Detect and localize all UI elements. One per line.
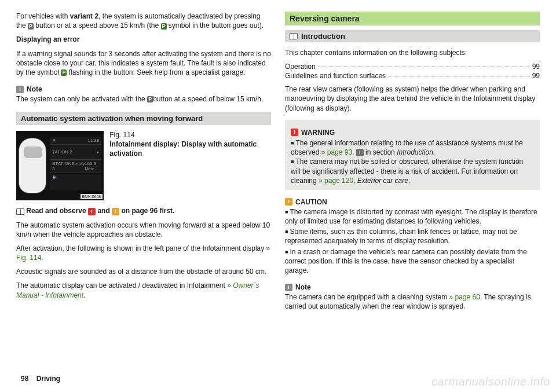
- infotainment-panel: ✕11:28 TATION 2▸ STATION 3Empty100.3 MHz…: [50, 137, 101, 190]
- caution-heading: ! CAUTION: [285, 198, 540, 206]
- info-icon: i: [16, 86, 24, 93]
- intro-bar: Introduction: [285, 30, 540, 42]
- text: on page 96 first.: [119, 207, 174, 215]
- note-heading: i Note: [285, 283, 540, 291]
- text: .: [83, 291, 85, 299]
- text: For vehicles with: [16, 12, 70, 20]
- variant-label: variant 2: [70, 12, 98, 20]
- toc-label: Operation: [285, 63, 316, 71]
- text: Read and observe: [26, 207, 88, 215]
- text: ,: [353, 177, 357, 185]
- warning-heading: ! WARNING: [291, 128, 534, 137]
- page-footer: 98 Driving: [21, 375, 60, 383]
- warning-icon: !: [291, 129, 298, 136]
- text: and: [96, 207, 112, 215]
- intro-label: Introduction: [301, 32, 345, 41]
- page-number: 98: [21, 375, 28, 383]
- panel-station2: TATION 2: [52, 149, 72, 155]
- panel-empty: Empty: [71, 161, 85, 171]
- toc-dots: [318, 67, 530, 67]
- text: The system can only be activated with th…: [16, 95, 147, 103]
- text: In a crash or damage the vehicle's rear …: [285, 248, 527, 274]
- figure-code: BNH-0668: [81, 194, 103, 199]
- read-observe: Read and observe ! and ! on page 96 firs…: [16, 206, 271, 215]
- toc-page: 99: [532, 63, 540, 71]
- text: The automatic display can be activated /…: [16, 281, 227, 290]
- panel-time: 11:28: [87, 138, 99, 143]
- right-column: Reversing camera Introduction This chapt…: [285, 12, 540, 316]
- p-button-icon: P: [147, 96, 153, 102]
- text: symbol in the button goes out).: [167, 21, 264, 30]
- warning-marker-icon: !: [88, 208, 96, 215]
- caution-icon: !: [285, 198, 292, 206]
- watermark: carmanualsonline.info: [431, 375, 550, 389]
- text: in section: [364, 148, 397, 156]
- p-symbol-icon: P: [161, 23, 167, 30]
- note-label: Note: [295, 283, 311, 291]
- auto-activation-para: The automatic system activation occurs w…: [16, 221, 271, 239]
- section-bar: Automatic system activation when moving …: [16, 112, 271, 125]
- caution-marker-icon: !: [112, 208, 119, 215]
- section-ref: Introduction: [397, 148, 433, 156]
- chapter-intro: This chapter contains information on the…: [285, 48, 540, 57]
- figure-caption: Fig. 114 Infotainment display: Display w…: [109, 131, 271, 200]
- text: The camera can be equipped with a cleani…: [285, 293, 449, 301]
- caution-item: ■In a crash or damage the vehicle's rear…: [285, 247, 540, 276]
- page-link[interactable]: » page 60: [449, 293, 480, 301]
- system-description: The rear view camera (following as syste…: [285, 85, 540, 113]
- text: After activation, the following is shown…: [16, 244, 266, 252]
- text: button at a speed of below 15 km/h.: [153, 95, 263, 103]
- note-label: Note: [27, 85, 42, 93]
- note-heading: i Note: [16, 85, 271, 93]
- warning-item: ■The camera may not be soiled or obscure…: [291, 157, 534, 185]
- page: For vehicles with variant 2, the system …: [0, 0, 556, 334]
- fig-number: Fig. 114: [109, 131, 134, 139]
- warning-item: ■The general information relating to the…: [291, 138, 534, 157]
- p-button-icon: P: [28, 23, 34, 30]
- acoustic-para: Acoustic signals are sounded as of a dis…: [16, 267, 271, 276]
- text: The camera image is distorted by contras…: [285, 208, 537, 225]
- info-icon: i: [285, 284, 292, 291]
- text: Some items, such as thin columns, chain …: [285, 228, 517, 245]
- page-link[interactable]: » page 120: [319, 177, 353, 185]
- infotainment-ref-para: The automatic display can be activated /…: [16, 281, 271, 299]
- error-heading: Displaying an error: [16, 35, 271, 44]
- section-ref: Exterior car care: [357, 177, 408, 185]
- panel-freq: 100.3 MHz: [85, 161, 99, 171]
- caution-item: ■The camera image is distorted by contra…: [285, 207, 540, 226]
- error-body: If a warning signal sounds for 3 seconds…: [16, 49, 271, 78]
- toc-row: Operation 99: [285, 63, 540, 71]
- fig-title: Infotainment display: Display with autom…: [109, 140, 257, 157]
- note-body: The system can only be activated with th…: [16, 94, 271, 104]
- page-link[interactable]: » page 93: [321, 148, 352, 156]
- text: button or at a speed above 15 km/h (the: [34, 21, 160, 30]
- chapter-title-bar: Reversing camera: [285, 12, 540, 25]
- variant2-paragraph: For vehicles with variant 2, the system …: [16, 12, 271, 30]
- section-name: Driving: [36, 375, 60, 383]
- text: ,: [352, 148, 356, 156]
- figure-image: ⌒⌒⌒ ⌒⌒⌒ ✕11:28 TATION 2▸ STATION 3Empty1…: [16, 131, 104, 200]
- text: .: [433, 148, 435, 156]
- warning-ref-icon: !: [356, 149, 364, 156]
- left-column: For vehicles with variant 2, the system …: [16, 12, 271, 316]
- after-activation-para: After activation, the following is shown…: [16, 244, 271, 262]
- toc-page: 99: [532, 72, 540, 80]
- toc-label: Guidelines and function surfaces: [285, 72, 386, 80]
- warning-label: WARNING: [301, 128, 335, 137]
- book-icon: [16, 208, 24, 215]
- toc-dots: [388, 76, 530, 76]
- panel-station3: STATION 3: [52, 161, 71, 171]
- p-flash-icon: P: [61, 69, 67, 76]
- book-icon: [290, 33, 298, 39]
- text: flashing in the button. Seek help from a…: [67, 68, 245, 76]
- figure-block: ⌒⌒⌒ ⌒⌒⌒ ✕11:28 TATION 2▸ STATION 3Empty1…: [16, 131, 271, 200]
- warning-box: ! WARNING ■The general information relat…: [285, 120, 540, 190]
- text: .: [41, 254, 43, 262]
- caution-label: CAUTION: [295, 198, 327, 206]
- caution-item: ■Some items, such as thin columns, chain…: [285, 227, 540, 246]
- text: .: [408, 177, 410, 185]
- speaker-icon: 🔈: [52, 174, 58, 179]
- note-body: The camera can be equipped with a cleani…: [285, 292, 540, 311]
- toc-row: Guidelines and function surfaces 99: [285, 72, 540, 80]
